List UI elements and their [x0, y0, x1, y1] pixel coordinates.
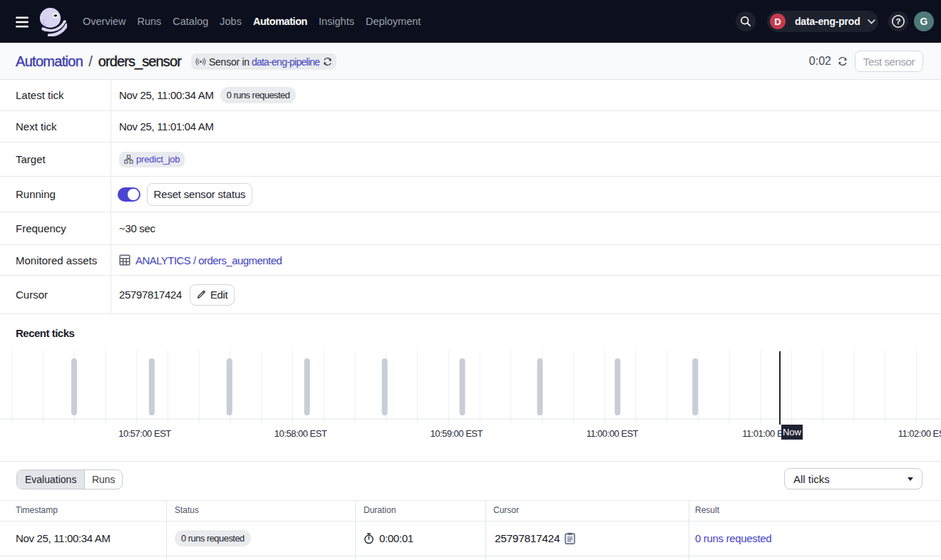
svg-text:11:00:00 EST: 11:00:00 EST [587, 428, 639, 439]
svg-text:Now: Now [783, 427, 802, 437]
svg-text:?: ? [895, 17, 900, 26]
svg-text:10:59:00 EST: 10:59:00 EST [430, 428, 483, 439]
svg-text:11:02:00 EST: 11:02:00 EST [898, 428, 941, 439]
svg-text:10:58:00 EST: 10:58:00 EST [274, 428, 327, 439]
svg-text:10:57:00 EST: 10:57:00 EST [118, 428, 171, 439]
